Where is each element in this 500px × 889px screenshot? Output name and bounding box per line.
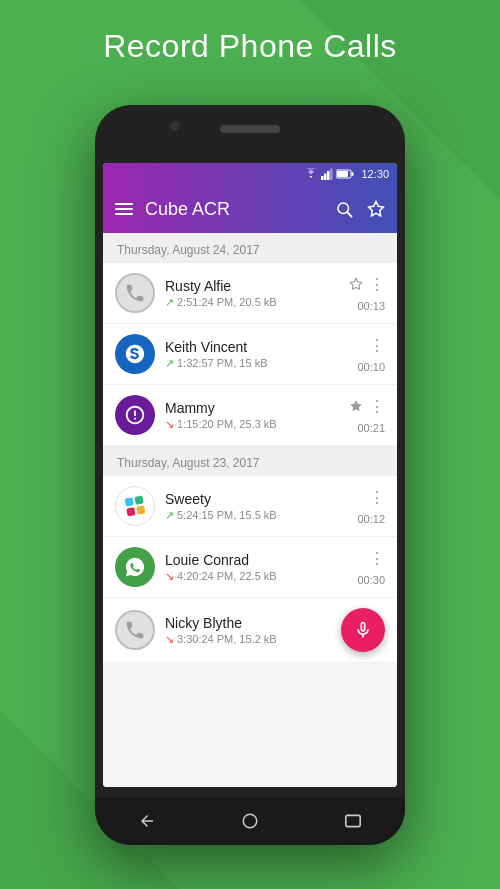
call-meta-rusty: ↗ 2:51:24 PM, 20.5 kB — [165, 296, 339, 309]
signal-icon — [321, 168, 333, 180]
svg-marker-9 — [369, 202, 384, 216]
home-icon — [241, 812, 259, 830]
call-duration-mammy: 00:21 — [357, 422, 385, 434]
whatsapp-avatar-icon — [124, 556, 146, 578]
phone-avatar-icon-2 — [124, 619, 146, 641]
record-fab-button[interactable] — [341, 608, 385, 652]
date-header-1: Thursday, August 24, 2017 — [103, 233, 397, 263]
status-bar: 12:30 — [103, 163, 397, 185]
recents-icon — [345, 814, 361, 828]
call-item-louie[interactable]: Louie Conrad ↘ 4:20:24 PM, 22.5 kB ⋮ 00:… — [103, 537, 397, 598]
search-icon — [335, 200, 353, 218]
svg-rect-3 — [330, 169, 333, 181]
call-name-mammy: Mammy — [165, 400, 339, 416]
call-actions-rusty: ⋮ 00:13 — [349, 275, 385, 312]
direction-icon-sweety: ↗ — [165, 509, 174, 522]
svg-marker-10 — [350, 278, 362, 289]
call-meta-nicky: ↘ 3:30:24 PM, 15.2 kB — [165, 633, 331, 646]
call-info-sweety: Sweety ↗ 5:24:15 PM, 15.5 kB — [165, 491, 347, 522]
call-name-keith: Keith Vincent — [165, 339, 347, 355]
call-actions-sweety: ⋮ 00:12 — [357, 488, 385, 525]
more-button-mammy[interactable]: ⋮ — [369, 397, 385, 416]
direction-icon-rusty: ↗ — [165, 296, 174, 309]
search-button[interactable] — [335, 200, 353, 218]
svg-rect-6 — [337, 171, 348, 177]
call-duration-keith: 00:10 — [357, 361, 385, 373]
call-item-mammy[interactable]: Mammy ↘ 1:15:20 PM, 25.3 kB ⋮ 00:21 — [103, 385, 397, 446]
call-info-rusty: Rusty Alfie ↗ 2:51:24 PM, 20.5 kB — [165, 278, 339, 309]
avatar-nicky — [115, 610, 155, 650]
avatar-sweety — [115, 486, 155, 526]
direction-icon-louie: ↘ — [165, 570, 174, 583]
call-actions-louie: ⋮ 00:30 — [357, 549, 385, 586]
avatar-louie — [115, 547, 155, 587]
nav-back-button[interactable] — [127, 801, 167, 841]
svg-point-12 — [243, 814, 257, 828]
app-bar: Cube ACR — [103, 185, 397, 233]
svg-rect-0 — [321, 176, 324, 180]
svg-rect-5 — [352, 172, 354, 176]
call-meta-sweety: ↗ 5:24:15 PM, 15.5 kB — [165, 509, 347, 522]
call-actions-nicky — [341, 608, 385, 652]
more-button-sweety[interactable]: ⋮ — [369, 488, 385, 507]
svg-marker-11 — [350, 400, 362, 411]
phone-frame: 12:30 Cube ACR — [95, 105, 405, 845]
phone-screen: 12:30 Cube ACR — [103, 163, 397, 787]
star-empty-icon[interactable] — [349, 277, 363, 291]
call-info-nicky: Nicky Blythe ↘ 3:30:24 PM, 15.2 kB — [165, 615, 331, 646]
star-filled-icon[interactable] — [349, 399, 363, 413]
call-item-nicky[interactable]: Nicky Blythe ↘ 3:30:24 PM, 15.2 kB — [103, 598, 397, 663]
call-item-sweety[interactable]: Sweety ↗ 5:24:15 PM, 15.5 kB ⋮ 00:12 — [103, 476, 397, 537]
call-list: Thursday, August 24, 2017 Rusty Alfie ↗ … — [103, 233, 397, 787]
nav-home-button[interactable] — [230, 801, 270, 841]
call-icons-louie: ⋮ — [369, 549, 385, 568]
back-icon — [138, 812, 156, 830]
more-button-keith[interactable]: ⋮ — [369, 336, 385, 355]
call-info-keith: Keith Vincent ↗ 1:32:57 PM, 15 kB — [165, 339, 347, 370]
direction-icon-nicky: ↘ — [165, 633, 174, 646]
call-meta-louie: ↘ 4:20:24 PM, 22.5 kB — [165, 570, 347, 583]
avatar-mammy — [115, 395, 155, 435]
star-icon — [367, 200, 385, 218]
svg-line-8 — [347, 212, 351, 216]
phone-speaker — [220, 125, 280, 133]
status-time: 12:30 — [361, 168, 389, 180]
svg-rect-2 — [327, 171, 330, 180]
more-button-rusty[interactable]: ⋮ — [369, 275, 385, 294]
call-meta-mammy: ↘ 1:15:20 PM, 25.3 kB — [165, 418, 339, 431]
call-icons-rusty: ⋮ — [349, 275, 385, 294]
call-duration-rusty: 00:13 — [357, 300, 385, 312]
svg-rect-1 — [324, 174, 327, 181]
menu-button[interactable] — [115, 203, 133, 215]
app-bar-title: Cube ACR — [145, 199, 323, 220]
nav-recents-button[interactable] — [333, 801, 373, 841]
call-item-rusty[interactable]: Rusty Alfie ↗ 2:51:24 PM, 20.5 kB ⋮ 00:1… — [103, 263, 397, 324]
phone-avatar-icon — [124, 282, 146, 304]
phone-nav-bar — [95, 797, 405, 845]
call-name-louie: Louie Conrad — [165, 552, 347, 568]
direction-icon-mammy: ↘ — [165, 418, 174, 431]
mic-icon — [353, 620, 373, 640]
call-info-mammy: Mammy ↘ 1:15:20 PM, 25.3 kB — [165, 400, 339, 431]
call-info-louie: Louie Conrad ↘ 4:20:24 PM, 22.5 kB — [165, 552, 347, 583]
direction-icon-keith: ↗ — [165, 357, 174, 370]
call-duration-sweety: 00:12 — [357, 513, 385, 525]
phone-camera — [170, 121, 180, 131]
avatar-keith — [115, 334, 155, 374]
more-button-louie[interactable]: ⋮ — [369, 549, 385, 568]
slack-avatar-icon — [125, 496, 146, 517]
date-header-2: Thursday, August 23, 2017 — [103, 446, 397, 476]
status-icons: 12:30 — [304, 168, 389, 180]
battery-icon — [336, 169, 354, 179]
call-duration-louie: 00:30 — [357, 574, 385, 586]
call-actions-mammy: ⋮ 00:21 — [349, 397, 385, 434]
call-item-keith[interactable]: Keith Vincent ↗ 1:32:57 PM, 15 kB ⋮ 00:1… — [103, 324, 397, 385]
skype-avatar-icon — [124, 343, 146, 365]
favorites-button[interactable] — [367, 200, 385, 218]
call-name-rusty: Rusty Alfie — [165, 278, 339, 294]
call-icons-mammy: ⋮ — [349, 397, 385, 416]
page-title: Record Phone Calls — [0, 28, 500, 65]
call-icons-keith: ⋮ — [369, 336, 385, 355]
app-bar-actions — [335, 200, 385, 218]
avatar-rusty — [115, 273, 155, 313]
